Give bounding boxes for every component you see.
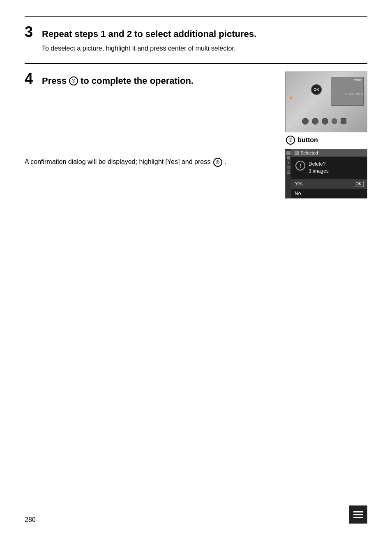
dialog-header-icon (295, 151, 299, 155)
step4-lower: A confirmation dialog will be displayed;… (25, 149, 367, 198)
camera-brand: Nikon (354, 78, 361, 81)
camera-dial-1 (302, 118, 309, 125)
step4-lower-right: Y Selected ! Delete?3 images (285, 149, 367, 198)
dialog-footer: Yes OK No (291, 179, 367, 198)
menu-line-1 (353, 511, 363, 512)
camera-image: OK Nikon BGQUALWBHI (285, 72, 367, 132)
ok-button-label: ® button (285, 136, 318, 145)
dialog-main: Selected ! Delete?3 images Yes OK (291, 149, 367, 198)
dialog-no-label: No (295, 191, 301, 196)
step4-content: 4 Press ® to complete the operation. OK (25, 72, 367, 145)
page-bottom: 280 (0, 505, 392, 524)
camera-dial-4 (332, 118, 337, 124)
confirmation-text: A confirmation dialog will be displayed;… (25, 157, 277, 167)
dialog-bar-item-1 (287, 156, 290, 159)
confirmation-text-suffix: . (225, 158, 226, 165)
dialog-left-bar: Y (286, 149, 291, 198)
dialog-bar-y: Y (287, 161, 290, 165)
dialog-header-text: Selected (300, 150, 318, 155)
step3-header: 3 Repeat steps 1 and 2 to select additio… (25, 25, 367, 39)
dialog-yes-label: Yes (295, 181, 303, 187)
step4-title-row: 4 Press ® to complete the operation. (25, 72, 277, 86)
camera-dial-2 (312, 118, 318, 125)
dialog-yes-row: Yes OK (291, 179, 367, 189)
step4-left: 4 Press ® to complete the operation. (25, 72, 277, 145)
dialog-warn-icon: ! (295, 161, 305, 171)
step3-number: 3 (25, 25, 37, 39)
step3-title: Repeat steps 1 and 2 to select additiona… (42, 29, 256, 39)
page-number: 280 (25, 516, 36, 524)
dialog-bar-item-2 (287, 166, 290, 169)
dialog-bar-top (286, 151, 291, 155)
dialog-ok-box: OK (354, 181, 364, 187)
dialog-image: Y Selected ! Delete?3 images (285, 149, 367, 198)
step3-body: To deselect a picture, highlight it and … (42, 44, 367, 53)
dialog-sidebar: Y Selected ! Delete?3 images (286, 149, 367, 198)
dialog-delete-text: Delete?3 images (309, 161, 329, 175)
camera-ok-button: OK (311, 84, 322, 95)
ok-symbol-title: ® (69, 76, 78, 85)
dialog-body: ! Delete?3 images (291, 157, 367, 179)
camera-dial-3 (322, 118, 328, 125)
confirmation-text-prefix: A confirmation dialog will be displayed;… (25, 158, 212, 165)
menu-icon-box (349, 505, 367, 524)
camera-ok-label: OK (314, 88, 319, 92)
step4-right: OK Nikon BGQUALWBHI (285, 72, 367, 145)
menu-line-2 (353, 514, 363, 515)
dialog-bar-item-3 (287, 171, 290, 174)
ok-button-text: button (297, 136, 318, 144)
dialog-header: Selected (291, 149, 367, 157)
ok-symbol-confirm: ® (213, 158, 222, 167)
step4-number: 4 (25, 72, 37, 86)
ok-symbol-label: ® (286, 136, 295, 145)
camera-small-labels: BGQUALWBHI (345, 92, 363, 95)
dialog-no-row: No (291, 189, 367, 198)
step4-lower-left: A confirmation dialog will be displayed;… (25, 149, 277, 198)
camera-controls (302, 118, 346, 125)
step4-title-suffix: to complete the operation. (81, 76, 194, 86)
step4-title: Press ® to complete the operation. (42, 76, 194, 86)
step3-section: 3 Repeat steps 1 and 2 to select additio… (25, 16, 367, 53)
step4-section: 4 Press ® to complete the operation. OK (25, 63, 367, 198)
camera-dial-5 (341, 118, 346, 124)
camera-body: OK Nikon BGQUALWBHI (286, 72, 367, 132)
menu-line-3 (353, 517, 363, 518)
step4-title-prefix: Press (42, 76, 67, 86)
menu-icon (353, 511, 363, 518)
camera-indicator (290, 97, 292, 99)
page: 3 Repeat steps 1 and 2 to select additio… (0, 0, 392, 540)
